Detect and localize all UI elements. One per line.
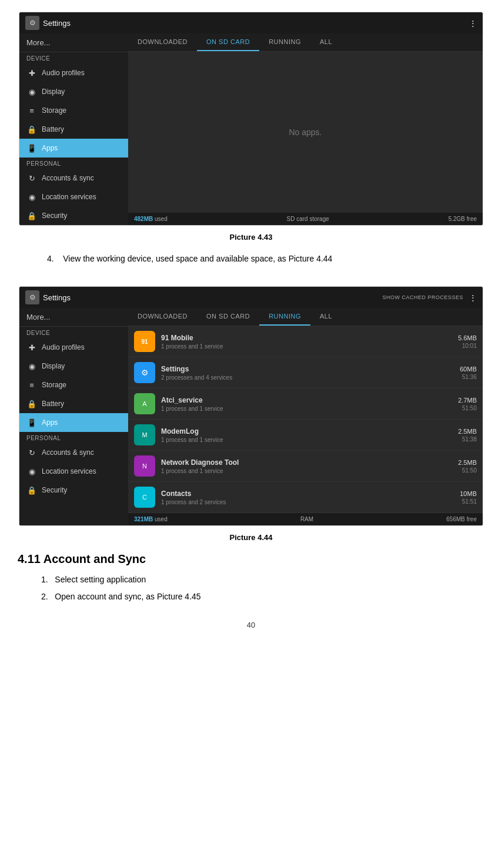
tab-on-sd-card-2[interactable]: ON SD CARD bbox=[197, 308, 259, 326]
app-name-settings: Settings bbox=[161, 365, 454, 373]
app-meta-modemlog: 2.5MB 51:38 bbox=[458, 428, 477, 443]
titlebar-2: ⚙ Settings SHOW CACHED PROCESSES ⋮ bbox=[19, 287, 483, 308]
storage-icon-2: ≡ bbox=[26, 380, 37, 390]
sidebar-item-audio-2[interactable]: ✚ Audio profiles bbox=[19, 338, 128, 357]
tab-bar-2: DOWNLOADED ON SD CARD RUNNING ALL bbox=[128, 308, 483, 326]
sidebar-item-display-1[interactable]: ◉ Display bbox=[19, 82, 128, 101]
apps-icon-1: 📱 bbox=[26, 143, 37, 153]
storage-used-1: 482MB used bbox=[134, 216, 168, 222]
app-info-modemlog: ModemLog 1 process and 1 service bbox=[161, 427, 452, 443]
sidebar-item-location-2[interactable]: ◉ Location services bbox=[19, 462, 128, 481]
app-meta-atci: 2.7MB 51:50 bbox=[458, 397, 477, 411]
sidebar-item-battery-1[interactable]: 🔒 Battery bbox=[19, 120, 128, 139]
sidebar-personal-label-1: PERSONAL bbox=[19, 157, 128, 169]
sidebar-2: More... DEVICE ✚ Audio profiles ◉ Displa… bbox=[19, 308, 128, 525]
location-label-2: Location services bbox=[42, 467, 96, 475]
battery-icon-2: 🔒 bbox=[26, 398, 37, 409]
sidebar-item-location-1[interactable]: ◉ Location services bbox=[19, 187, 128, 206]
storage-used-value-1: 482MB bbox=[134, 216, 153, 222]
app-icon-contacts: C bbox=[134, 487, 155, 508]
no-apps-text-1: No apps. bbox=[128, 52, 483, 213]
app-meta-contacts: 10MB 51:51 bbox=[460, 490, 477, 505]
instruction-text-1: View the working device, used space and … bbox=[63, 254, 332, 263]
storage-bar-2: 321MB used RAM 656MB free bbox=[128, 513, 483, 525]
app-time-contacts: 51:51 bbox=[460, 498, 477, 505]
app-time-modemlog: 51:38 bbox=[458, 436, 477, 443]
app-detail-settings: 2 processes and 4 services bbox=[161, 374, 454, 381]
app-name-modemlog: ModemLog bbox=[161, 427, 452, 435]
app-detail-atci: 1 process and 1 service bbox=[161, 405, 452, 412]
app-name-contacts: Contacts bbox=[161, 490, 454, 498]
app-item-atci[interactable]: A Atci_service 1 process and 1 service 2… bbox=[128, 388, 483, 420]
titlebar-left-2: ⚙ Settings bbox=[25, 290, 71, 304]
tab-running-2[interactable]: RUNNING bbox=[259, 308, 310, 326]
app-item-modemlog[interactable]: M ModemLog 1 process and 1 service 2.5MB… bbox=[128, 420, 483, 451]
app-item-settings[interactable]: ⚙ Settings 2 processes and 4 services 60… bbox=[128, 357, 483, 388]
app-info-91mobile: 91 Mobile 1 process and 1 service bbox=[161, 334, 452, 350]
sidebar-item-accounts-1[interactable]: ↻ Accounts & sync bbox=[19, 169, 128, 187]
titlebar-left-1: ⚙ Settings bbox=[25, 16, 71, 30]
show-cached-label[interactable]: SHOW CACHED PROCESSES bbox=[382, 294, 463, 300]
location-icon-2: ◉ bbox=[26, 466, 37, 477]
apps-label-2: Apps bbox=[42, 418, 58, 427]
storage-used-label-1: used bbox=[155, 216, 168, 222]
security-icon-2: 🔒 bbox=[26, 485, 37, 495]
settings-body-2: More... DEVICE ✚ Audio profiles ◉ Displa… bbox=[19, 308, 483, 525]
screenshot-2: ⚙ Settings SHOW CACHED PROCESSES ⋮ More.… bbox=[19, 286, 483, 526]
display-icon-1: ◉ bbox=[26, 86, 37, 97]
titlebar-right-2: SHOW CACHED PROCESSES ⋮ bbox=[382, 293, 477, 302]
app-detail-network: 1 process and 1 service bbox=[161, 468, 452, 474]
tab-all-1[interactable]: ALL bbox=[310, 33, 342, 51]
app-item-contacts[interactable]: C Contacts 1 process and 2 services 10MB… bbox=[128, 482, 483, 513]
sidebar-item-apps-1[interactable]: 📱 Apps bbox=[19, 139, 128, 157]
audio-icon-2: ✚ bbox=[26, 342, 37, 353]
sidebar-item-audio-1[interactable]: ✚ Audio profiles bbox=[19, 63, 128, 82]
location-icon-1: ◉ bbox=[26, 192, 37, 202]
storage-bar-1: 482MB used SD card storage 5.2GB free bbox=[128, 213, 483, 225]
app-time-91mobile: 10:01 bbox=[458, 343, 477, 349]
storage-used-2: 321MB used bbox=[134, 516, 168, 522]
list-item-text-2: Open account and sync, as Picture 4.45 bbox=[55, 592, 200, 601]
tab-on-sd-card-1[interactable]: ON SD CARD bbox=[197, 33, 259, 51]
titlebar-menu-icon-2[interactable]: ⋮ bbox=[469, 293, 477, 302]
app-icon-atci: A bbox=[134, 393, 155, 414]
app-icon-modemlog: M bbox=[134, 424, 155, 445]
sidebar-more-1[interactable]: More... bbox=[19, 33, 128, 52]
tab-running-1[interactable]: RUNNING bbox=[259, 33, 310, 51]
app-size-settings: 60MB bbox=[460, 366, 477, 373]
caption-1: Picture 4.43 bbox=[18, 233, 484, 242]
sidebar-item-apps-2[interactable]: 📱 Apps bbox=[19, 413, 128, 432]
list-item-text-1: Select setting application bbox=[55, 575, 146, 584]
app-size-modemlog: 2.5MB bbox=[458, 428, 477, 435]
caption-2: Picture 4.44 bbox=[18, 533, 484, 542]
app-icon-network: N bbox=[134, 455, 155, 477]
accounts-icon-2: ↻ bbox=[26, 447, 37, 458]
display-label-1: Display bbox=[42, 88, 65, 96]
battery-label-2: Battery bbox=[42, 400, 64, 408]
sidebar-item-storage-2[interactable]: ≡ Storage bbox=[19, 376, 128, 394]
audio-label-1: Audio profiles bbox=[42, 69, 85, 77]
app-size-atci: 2.7MB bbox=[458, 397, 477, 404]
list-item-1: 1. Select setting application bbox=[41, 573, 484, 586]
page-number: 40 bbox=[18, 621, 484, 629]
titlebar-menu-icon-1[interactable]: ⋮ bbox=[469, 19, 477, 28]
section-heading: 4.11 Account and Sync bbox=[18, 552, 484, 566]
tab-downloaded-1[interactable]: DOWNLOADED bbox=[128, 33, 197, 51]
app-size-network: 2.5MB bbox=[458, 459, 477, 466]
tab-all-2[interactable]: ALL bbox=[310, 308, 342, 326]
sidebar-item-battery-2[interactable]: 🔒 Battery bbox=[19, 394, 128, 413]
display-label-2: Display bbox=[42, 362, 65, 370]
sidebar-item-security-2[interactable]: 🔒 Security bbox=[19, 481, 128, 500]
sidebar-item-display-2[interactable]: ◉ Display bbox=[19, 357, 128, 376]
tab-downloaded-2[interactable]: DOWNLOADED bbox=[128, 308, 197, 326]
app-item-network[interactable]: N Network Diagnose Tool 1 process and 1 … bbox=[128, 451, 483, 482]
sidebar-item-storage-1[interactable]: ≡ Storage bbox=[19, 101, 128, 120]
settings-body-1: More... DEVICE ✚ Audio profiles ◉ Displa… bbox=[19, 33, 483, 225]
right-panel-2: DOWNLOADED ON SD CARD RUNNING ALL 91 91 … bbox=[128, 308, 483, 525]
screenshot-1: ⚙ Settings ⋮ More... DEVICE ✚ Audio prof… bbox=[19, 12, 483, 226]
sidebar-item-security-1[interactable]: 🔒 Security bbox=[19, 206, 128, 225]
sidebar-item-accounts-2[interactable]: ↻ Accounts & sync bbox=[19, 443, 128, 462]
sidebar-more-2[interactable]: More... bbox=[19, 308, 128, 327]
app-item-91mobile[interactable]: 91 91 Mobile 1 process and 1 service 5.6… bbox=[128, 326, 483, 357]
app-info-settings: Settings 2 processes and 4 services bbox=[161, 365, 454, 381]
